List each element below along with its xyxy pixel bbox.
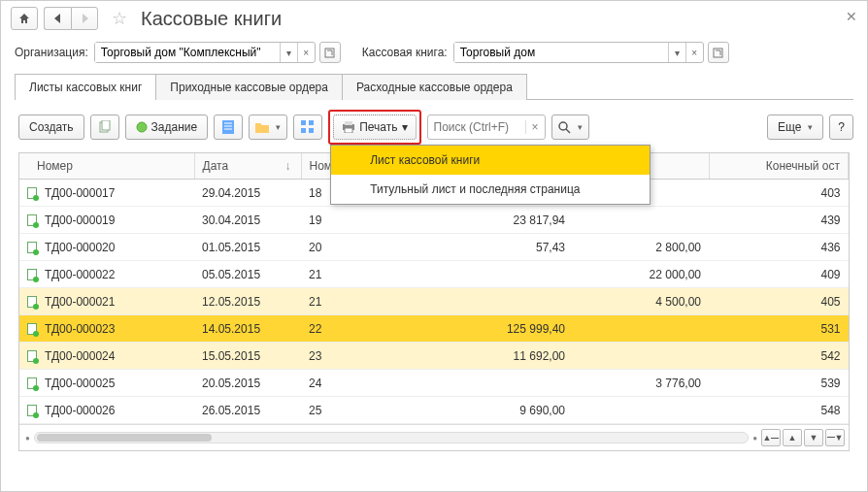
cell-number: ТД00-000022 (19, 261, 194, 288)
cell-c4: 57,43 (417, 234, 573, 261)
create-button[interactable]: Создать (18, 115, 84, 140)
cell-date: 30.04.2015 (194, 207, 301, 234)
print-button[interactable]: Печать ▾ (333, 115, 416, 140)
folder-button[interactable]: ▾ (249, 115, 287, 140)
book-input[interactable] (454, 43, 668, 62)
list-button[interactable] (214, 115, 243, 140)
print-menu-title[interactable]: Титульный лист и последняя страница (331, 175, 650, 204)
copy-button[interactable] (90, 115, 119, 140)
cell-c4 (417, 261, 573, 288)
filter-bar: Организация: ▾ × Кассовая книга: ▾ × (1, 36, 867, 73)
app-window: ☆ Кассовые книги ✕ Организация: ▾ × Касс… (0, 0, 868, 492)
table-row[interactable]: ТД00-00002520.05.2015243 776,00539 (19, 370, 849, 397)
scroll-right-dot[interactable]: ● (751, 434, 759, 443)
org-combo[interactable]: ▾ × (94, 42, 316, 63)
search-button[interactable]: ▾ (551, 115, 589, 140)
home-button[interactable] (11, 7, 38, 30)
back-button[interactable] (44, 7, 71, 30)
favorite-star-icon[interactable]: ☆ (112, 8, 127, 29)
cell-final: 409 (709, 261, 849, 288)
cell-final: 539 (709, 370, 849, 397)
scrollbar-thumb[interactable] (37, 434, 212, 442)
search-clear-icon[interactable]: × (525, 120, 545, 134)
sort-arrow-icon: ↓ (285, 159, 291, 173)
search-input[interactable] (428, 120, 525, 134)
table-row[interactable]: ТД00-00001930.04.20151923 817,94439 (19, 207, 849, 234)
chevron-down-icon: ▾ (402, 120, 408, 134)
print-button-highlight: Печать ▾ Лист кассовой книги Титульный л… (328, 110, 420, 145)
scroll-left-dot[interactable]: ● (23, 434, 32, 443)
cell-sheet: 19 (301, 207, 417, 234)
help-button[interactable]: ? (829, 115, 853, 140)
tab-strip: Листы кассовых книг Приходные кассовые о… (1, 73, 867, 99)
org-dropdown-icon[interactable]: ▾ (280, 43, 297, 62)
svg-rect-10 (309, 120, 314, 125)
more-button[interactable]: Еще ▾ (767, 115, 823, 140)
print-dropdown: Лист кассовой книги Титульный лист и пос… (330, 145, 651, 205)
book-open-button[interactable] (708, 42, 729, 63)
print-label: Печать (359, 120, 397, 134)
cell-number: ТД00-000021 (19, 288, 194, 315)
table-row[interactable]: ТД00-00002415.05.20152311 692,00542 (19, 343, 849, 370)
svg-rect-12 (309, 128, 314, 133)
book-clear-icon[interactable]: × (685, 43, 703, 62)
cell-final: 405 (709, 288, 849, 315)
cell-c5: 22 000,00 (573, 261, 709, 288)
cell-number: ТД00-000025 (19, 370, 194, 397)
chevron-down-icon: ▾ (276, 122, 281, 132)
col-date[interactable]: Дата↓ (194, 153, 301, 180)
scroll-up-button[interactable]: ▲ (783, 429, 802, 446)
cell-c4: 23 817,94 (417, 207, 573, 234)
cell-c5 (573, 207, 709, 234)
scroll-top-button[interactable]: ▲ (761, 429, 781, 446)
org-input[interactable] (95, 43, 280, 62)
cell-c5: 3 776,00 (573, 370, 709, 397)
cell-c5 (573, 315, 709, 343)
document-icon (27, 187, 37, 199)
cell-number: ТД00-000019 (19, 207, 194, 234)
cell-sheet: 25 (301, 397, 417, 424)
cell-c5 (573, 343, 709, 370)
svg-rect-5 (222, 120, 234, 134)
cell-date: 15.05.2015 (194, 343, 301, 370)
h-scrollbar[interactable] (34, 432, 749, 443)
scroll-down-button[interactable]: ▼ (804, 429, 823, 446)
table-row[interactable]: ТД00-00002205.05.20152122 000,00409 (19, 261, 849, 288)
cell-final: 542 (709, 343, 849, 370)
cell-number: ТД00-000023 (19, 315, 194, 343)
org-clear-icon[interactable]: × (297, 43, 315, 62)
cell-number: ТД00-000026 (19, 397, 194, 424)
tab-expense[interactable]: Расходные кассовые ордера (342, 74, 527, 100)
svg-rect-1 (714, 49, 722, 57)
tab-sheets[interactable]: Листы кассовых книг (15, 74, 156, 100)
col-number[interactable]: Номер (19, 153, 194, 180)
page-title: Кассовые книги (141, 8, 282, 30)
org-open-button[interactable] (319, 42, 341, 63)
table-row[interactable]: ТД00-00002001.05.20152057,432 800,00436 (19, 234, 849, 261)
book-label: Кассовая книга: (362, 46, 448, 59)
scroll-bottom-button[interactable]: ▼ (825, 429, 845, 446)
search-box[interactable]: × (427, 115, 546, 140)
print-menu-sheet[interactable]: Лист кассовой книги (331, 146, 650, 175)
task-button[interactable]: Задание (125, 115, 209, 140)
printer-icon (342, 121, 355, 133)
cell-number: ТД00-000020 (19, 234, 194, 261)
org-label: Организация: (15, 46, 88, 59)
cell-c5: 2 800,00 (573, 234, 709, 261)
cell-date: 29.04.2015 (194, 180, 301, 207)
forward-button[interactable] (71, 7, 98, 30)
tab-income[interactable]: Приходные кассовые ордера (155, 74, 343, 100)
nav-group (44, 7, 98, 30)
tree-button[interactable] (293, 115, 322, 140)
table-row[interactable]: ТД00-00002626.05.2015259 690,00548 (19, 397, 849, 424)
cell-date: 12.05.2015 (194, 288, 301, 315)
col-final[interactable]: Конечный ост (709, 153, 849, 180)
book-dropdown-icon[interactable]: ▾ (668, 43, 685, 62)
table-row[interactable]: ТД00-00002112.05.2015214 500,00405 (19, 288, 849, 315)
table-row[interactable]: ТД00-00002314.05.201522125 999,40531 (19, 315, 849, 343)
document-icon (27, 350, 37, 362)
book-combo[interactable]: ▾ × (453, 42, 704, 63)
more-label: Еще (778, 120, 801, 134)
chevron-down-icon: ▾ (808, 122, 813, 132)
close-button[interactable]: ✕ (846, 9, 857, 24)
